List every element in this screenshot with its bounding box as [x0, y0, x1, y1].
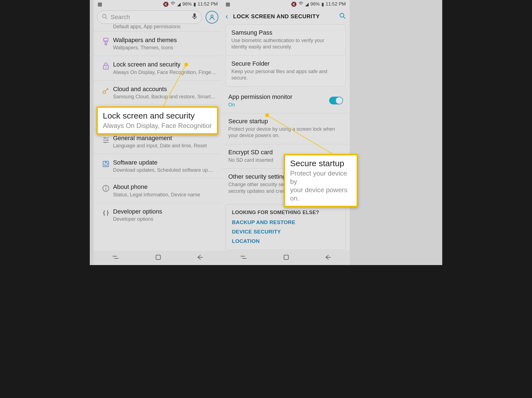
- item-title: App permission monitor: [228, 93, 329, 101]
- item-status-on: On: [228, 102, 329, 108]
- callout-title: Lock screen and security: [103, 111, 212, 120]
- biometric-card: Samsung Pass Use biometric authenticatio…: [226, 24, 346, 87]
- item-title: Samsung Pass: [231, 29, 340, 36]
- battery-percent: 96%: [310, 1, 320, 7]
- phone-lockscreen-security: ▦ 🔇 ◢ 96% ▮ 11:52 PM ‹ LOCK SCREEN AND S…: [222, 0, 350, 265]
- settings-item-lock[interactable]: Lock screen and securityAlways On Displa…: [94, 56, 222, 80]
- screenshot-icon: ▦: [226, 1, 230, 7]
- svg-line-6: [344, 17, 345, 19]
- signal-icon: ◢: [305, 1, 309, 7]
- status-bar: ▦ 🔇 ◢ 96% ▮ 11:52 PM: [94, 0, 222, 8]
- status-bar: ▦ 🔇 ◢ 96% ▮ 11:52 PM: [222, 0, 350, 8]
- screenshot-icon: ▦: [98, 1, 102, 7]
- item-subtitle: Always On Display, Face Recognition, Fin…: [113, 70, 216, 75]
- update-icon: [99, 159, 113, 168]
- highlight-dot: [184, 63, 188, 66]
- search-placeholder: Search: [111, 14, 192, 21]
- callout-subtitle: Always On Display, Face Recognition: [103, 122, 212, 130]
- settings-item-update[interactable]: Software updateDownload updates, Schedul…: [94, 154, 222, 178]
- mic-icon[interactable]: [192, 13, 197, 21]
- wifi-icon: [170, 1, 175, 7]
- sliders-icon: [99, 135, 113, 143]
- item-title: General management: [113, 135, 216, 142]
- item-subtitle: Language and input, Date and time, Reset: [113, 143, 216, 149]
- item-title: Secure Folder: [231, 60, 340, 67]
- callout-title: Secure startup: [290, 159, 352, 168]
- android-navbar: [94, 251, 222, 265]
- brush-icon: [99, 37, 113, 45]
- item-title: Software update: [113, 159, 216, 166]
- wifi-icon: [298, 1, 303, 7]
- recents-button[interactable]: [240, 255, 247, 261]
- lookfor-heading: LOOKING FOR SOMETHING ELSE?: [232, 210, 339, 215]
- signal-icon: ◢: [177, 1, 181, 7]
- home-button[interactable]: [283, 255, 289, 261]
- partial-subtitle: Default apps, App permissions: [113, 24, 216, 30]
- key-icon: [99, 86, 113, 94]
- callout-lock-screen-security: Lock screen and security Always On Displ…: [96, 106, 218, 135]
- setting-secure-folder[interactable]: Secure Folder Keep your personal files a…: [226, 55, 346, 86]
- profile-button[interactable]: [206, 11, 218, 24]
- svg-point-3: [211, 15, 213, 17]
- item-subtitle: Keep your personal files and apps safe a…: [231, 68, 340, 81]
- battery-icon: ▮: [193, 1, 196, 7]
- item-title: Developer options: [113, 208, 216, 215]
- item-title: About phone: [113, 183, 216, 191]
- item-subtitle: Samsung Cloud, Backup and restore, Smart…: [113, 94, 216, 100]
- page-title: LOCK SCREEN AND SECURITY: [233, 13, 334, 20]
- svg-rect-2: [193, 13, 196, 17]
- item-subtitle: Download updates, Scheduled software up…: [113, 167, 216, 173]
- link-backup-restore[interactable]: BACKUP AND RESTORE: [232, 219, 339, 225]
- android-navbar: [222, 251, 350, 265]
- search-header: Search: [94, 8, 222, 26]
- mute-icon: 🔇: [163, 1, 169, 7]
- clock-time: 11:52 PM: [198, 1, 218, 7]
- battery-percent: 96%: [182, 1, 192, 7]
- toggle-on[interactable]: [329, 97, 343, 104]
- back-icon[interactable]: ‹: [226, 12, 228, 21]
- home-button[interactable]: [155, 255, 161, 261]
- svg-line-1: [106, 18, 108, 19]
- link-device-security[interactable]: DEVICE SECURITY: [232, 229, 339, 235]
- svg-rect-7: [284, 255, 288, 260]
- highlight-dot: [265, 113, 269, 117]
- looking-for-box: LOOKING FOR SOMETHING ELSE? BACKUP AND R…: [226, 204, 346, 250]
- lock-icon: [99, 61, 113, 70]
- item-subtitle: Developer options: [113, 216, 216, 222]
- search-icon: [102, 14, 108, 21]
- page-header: ‹ LOCK SCREEN AND SECURITY: [222, 8, 350, 24]
- svg-point-5: [340, 13, 344, 17]
- item-subtitle: Protect your device by using a screen lo…: [228, 126, 343, 139]
- settings-item-info[interactable]: About phoneStatus, Legal information, De…: [94, 178, 222, 202]
- callout-secure-startup: Secure startup Protect your device by yo…: [284, 154, 358, 207]
- item-title: Secure startup: [228, 118, 343, 125]
- tutorial-canvas: ▦ 🔇 ◢ 96% ▮ 11:52 PM Search: [90, 0, 442, 265]
- setting-samsung-pass[interactable]: Samsung Pass Use biometric authenticatio…: [226, 25, 346, 55]
- settings-item-key[interactable]: Cloud and accountsSamsung Cloud, Backup …: [94, 80, 222, 105]
- item-subtitle: Status, Legal information, Device name: [113, 192, 216, 198]
- info-icon: [99, 183, 113, 192]
- battery-icon: ▮: [321, 1, 324, 7]
- clock-time: 11:52 PM: [326, 1, 346, 7]
- item-subtitle: Wallpapers, Themes, Icons: [113, 45, 216, 51]
- item-title: Wallpapers and themes: [113, 37, 216, 44]
- back-button[interactable]: [325, 255, 331, 261]
- svg-point-0: [103, 14, 106, 18]
- item-title: Lock screen and security: [113, 61, 216, 68]
- setting-secure-startup[interactable]: Secure startup Protect your device by us…: [222, 113, 350, 144]
- back-button[interactable]: [197, 255, 203, 261]
- dev-icon: [99, 208, 113, 217]
- mute-icon: 🔇: [291, 1, 297, 7]
- settings-item-dev[interactable]: Developer optionsDeveloper options: [94, 203, 222, 227]
- setting-app-permission-monitor[interactable]: App permission monitor On: [222, 89, 350, 113]
- item-title: Cloud and accounts: [113, 86, 216, 93]
- link-location[interactable]: LOCATION: [232, 238, 339, 244]
- callout-subtitle: Protect your device by your device power…: [290, 169, 352, 202]
- item-subtitle: Use biometric authentication to verify y…: [231, 37, 340, 50]
- search-button[interactable]: [339, 12, 346, 20]
- settings-item-brush[interactable]: Wallpapers and themesWallpapers, Themes,…: [94, 31, 222, 56]
- search-field[interactable]: Search: [97, 11, 202, 24]
- recents-button[interactable]: [112, 255, 119, 261]
- svg-rect-4: [156, 255, 160, 260]
